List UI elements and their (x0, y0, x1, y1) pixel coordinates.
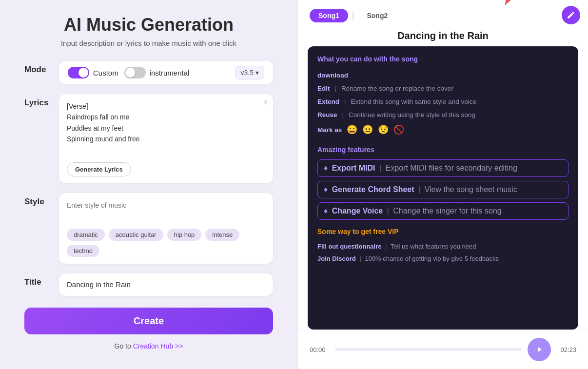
custom-toggle-wrap: Custom (68, 67, 118, 78)
feature3-label: Change Voice (332, 207, 383, 215)
char-counter: 4 (264, 99, 267, 106)
reuse-item[interactable]: Reuse | Continue writing using the style… (317, 108, 568, 121)
title-row: Title (24, 273, 273, 296)
app-subtitle: Input description or lyrics to make musi… (24, 39, 273, 47)
custom-label: Custom (93, 69, 118, 77)
style-box: dramatic acoustic guitar hip hop intense… (59, 193, 273, 264)
create-button[interactable]: Create (24, 308, 273, 334)
change-voice-item[interactable]: ♦ Change Voice | Change the singer for t… (317, 202, 568, 220)
vip-questionnaire[interactable]: Fill out questionnaire | Tell us what fe… (317, 240, 568, 252)
export-midi-item[interactable]: ♦ Export MIDI | Export MIDI files for se… (317, 159, 568, 177)
vip2-label: Join Discord (317, 255, 356, 262)
section1-title: What you can do with the song (317, 55, 568, 63)
emoji-block[interactable]: 🚫 (393, 124, 404, 135)
creation-hub-anchor[interactable]: Creation Hub >> (133, 342, 183, 350)
instrumental-toggle-wrap: instrumental (124, 67, 190, 78)
style-textarea[interactable] (67, 200, 265, 222)
time-end: 02:23 (557, 346, 576, 353)
extend-item[interactable]: Extend | Extend this song with same styl… (317, 95, 568, 108)
vip1-label: Fill out questionnaire (317, 243, 381, 250)
reuse-label: Reuse (317, 111, 337, 118)
song-title-display: Dancing in the Rain (298, 22, 588, 46)
diamond-icon3: ♦ (324, 207, 328, 215)
right-panel: Song1 | Song2 Dancing in the Rain What y… (297, 0, 588, 369)
feature2-desc: View the song sheet music (425, 185, 517, 194)
lyrics-label: Lyrics (24, 94, 51, 108)
song-tabs: Song1 | Song2 (298, 0, 588, 22)
extend-label: Extend (317, 98, 339, 105)
version-select[interactable]: v3.5 ▾ (235, 66, 264, 79)
mode-controls: Custom instrumental v3.5 ▾ (59, 61, 273, 84)
style-row: Style dramatic acoustic guitar hip hop i… (24, 193, 273, 264)
mode-controls-wrap: Custom instrumental v3.5 ▾ (59, 61, 273, 84)
download-label: download (317, 72, 348, 79)
lyrics-textarea[interactable]: [Verse] Raindrops fall on me Puddles at … (67, 101, 265, 155)
edit-desc: Rename the song or replace the cover (341, 85, 453, 92)
version-value: v3.5 (241, 69, 254, 77)
diamond-icon1: ♦ (324, 164, 328, 172)
creation-hub-prefix: Go to (115, 342, 133, 350)
title-content (59, 273, 273, 296)
vip1-desc: Tell us what features you need (391, 243, 476, 250)
tag-hip-hop[interactable]: hip hop (167, 229, 202, 241)
feature1-desc: Export MIDI files for secondary editing (386, 164, 517, 172)
reuse-desc: Continue writing using the style of this… (349, 111, 475, 118)
dropdown-panel: What you can do with the song download E… (308, 46, 578, 330)
progress-track[interactable] (335, 349, 522, 350)
player-bar: 00:00 02:23 (298, 330, 588, 369)
vip2-desc: 100% chance of getting vip by give 5 fee… (365, 255, 499, 262)
tab-song2[interactable]: Song2 (358, 9, 396, 22)
mark-as-label: Mark as (317, 126, 342, 134)
edit-item[interactable]: Edit | Rename the song or replace the co… (317, 82, 568, 95)
chord-sheet-item[interactable]: ♦ Generate Chord Sheet | View the song s… (317, 181, 568, 198)
edit-icon (567, 11, 575, 19)
lyrics-row: Lyrics 4 [Verse] Raindrops fall on me Pu… (24, 94, 273, 183)
instrumental-toggle[interactable] (124, 67, 146, 78)
instrumental-label: instrumental (150, 69, 190, 77)
instrumental-toggle-knob (125, 68, 135, 78)
tag-acoustic-guitar[interactable]: acoustic guitar (109, 229, 163, 241)
tab-divider: | (352, 11, 354, 21)
amazing-section: Amazing features ♦ Export MIDI | Export … (317, 146, 568, 220)
style-tags: dramatic acoustic guitar hip hop intense… (67, 229, 265, 257)
feature2-label: Generate Chord Sheet (332, 185, 414, 194)
tab-song1[interactable]: Song1 (310, 9, 348, 22)
play-icon (535, 345, 544, 354)
vip-discord[interactable]: Join Discord | 100% chance of getting vi… (317, 252, 568, 265)
diamond-icon2: ♦ (324, 185, 328, 194)
left-panel: AI Music Generation Input description or… (0, 0, 297, 369)
title-input[interactable] (67, 280, 265, 289)
emoji-neutral[interactable]: 😐 (362, 124, 373, 135)
tag-intense[interactable]: intense (205, 229, 239, 241)
creation-hub-link: Go to Creation Hub >> (24, 342, 273, 350)
free-vip-section: Some way to get free VIP Fill out questi… (317, 228, 568, 265)
app-title: AI Music Generation (24, 15, 273, 35)
tag-techno[interactable]: techno (67, 245, 99, 257)
amazing-title: Amazing features (317, 146, 568, 154)
feature1-label: Export MIDI (332, 164, 375, 172)
chevron-down-icon: ▾ (255, 69, 259, 77)
edit-icon-button[interactable] (562, 6, 580, 24)
custom-toggle[interactable] (68, 67, 89, 78)
custom-toggle-knob (78, 68, 88, 78)
style-content: dramatic acoustic guitar hip hop intense… (59, 193, 273, 264)
feature3-desc: Change the singer for this song (393, 207, 501, 215)
mode-label: Mode (24, 61, 51, 75)
title-input-box (59, 273, 273, 296)
style-label: Style (24, 193, 51, 207)
mode-row: Mode Custom instrumental v3.5 ▾ (24, 61, 273, 84)
play-button[interactable] (528, 338, 551, 361)
mark-as-row: Mark as 😀 😐 😟 🚫 (317, 121, 568, 138)
tag-dramatic[interactable]: dramatic (67, 229, 105, 241)
download-item[interactable]: download (317, 69, 568, 82)
title-label: Title (24, 273, 51, 287)
edit-label: Edit (317, 85, 330, 92)
lyrics-box: 4 [Verse] Raindrops fall on me Puddles a… (59, 94, 273, 183)
vip-title: Some way to get free VIP (317, 228, 568, 235)
time-start: 00:00 (310, 346, 329, 353)
emoji-happy[interactable]: 😀 (347, 124, 357, 135)
emoji-sad[interactable]: 😟 (378, 124, 389, 135)
lyrics-content: 4 [Verse] Raindrops fall on me Puddles a… (59, 94, 273, 183)
extend-desc: Extend this song with same style and voi… (351, 98, 476, 105)
generate-lyrics-button[interactable]: Generate Lyrics (67, 162, 131, 176)
